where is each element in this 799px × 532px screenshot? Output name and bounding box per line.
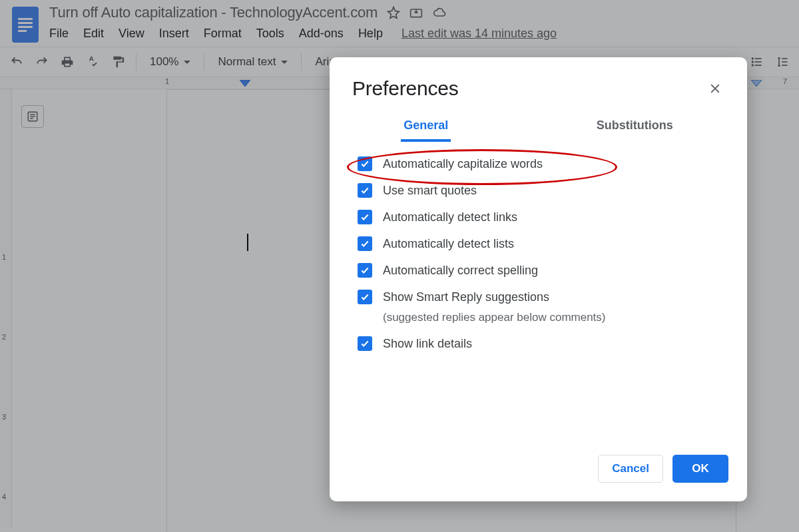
dialog-tabs: General Substitutions	[330, 113, 747, 142]
checkbox-icon[interactable]	[358, 336, 372, 351]
option-link-details[interactable]: Show link details	[358, 336, 719, 351]
option-label: Automatically detect lists	[383, 237, 514, 251]
option-label: Automatically correct spelling	[383, 264, 538, 278]
option-detect-links[interactable]: Automatically detect links	[358, 210, 719, 224]
option-detect-lists[interactable]: Automatically detect lists	[358, 236, 719, 251]
option-label: Show Smart Reply suggestions	[383, 290, 549, 304]
option-smart-reply[interactable]: Show Smart Reply suggestions	[358, 290, 719, 304]
close-icon[interactable]	[706, 79, 724, 98]
checkbox-icon[interactable]	[358, 156, 372, 171]
preferences-dialog: Preferences General Substitutions Automa…	[330, 57, 747, 501]
tab-general[interactable]: General	[401, 113, 451, 142]
ok-button[interactable]: OK	[672, 455, 728, 483]
option-auto-capitalize[interactable]: Automatically capitalize words	[358, 156, 719, 171]
option-correct-spelling[interactable]: Automatically correct spelling	[358, 263, 719, 278]
preference-options: Automatically capitalize words Use smart…	[330, 142, 747, 351]
checkbox-icon[interactable]	[358, 183, 372, 198]
option-smart-quotes[interactable]: Use smart quotes	[358, 183, 719, 198]
option-label: Automatically capitalize words	[383, 157, 543, 171]
cancel-button[interactable]: Cancel	[598, 455, 663, 483]
checkbox-icon[interactable]	[358, 290, 372, 304]
option-label: Automatically detect links	[383, 210, 517, 224]
checkbox-icon[interactable]	[358, 210, 372, 224]
checkbox-icon[interactable]	[358, 236, 372, 251]
option-label: Show link details	[383, 337, 472, 351]
option-label: Use smart quotes	[383, 184, 477, 198]
tab-substitutions[interactable]: Substitutions	[594, 113, 676, 142]
option-subtext: (suggested replies appear below comments…	[383, 311, 719, 324]
checkbox-icon[interactable]	[358, 263, 372, 278]
dialog-title: Preferences	[352, 77, 459, 100]
